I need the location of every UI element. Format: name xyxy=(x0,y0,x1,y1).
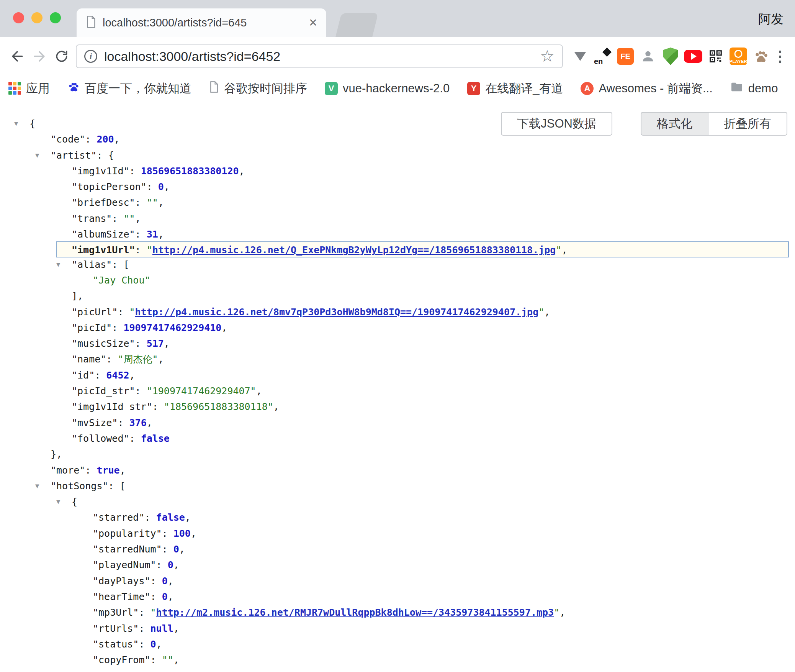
bookmark-apps[interactable]: 应用 xyxy=(8,80,50,97)
minimize-window-button[interactable] xyxy=(31,12,43,23)
url-text[interactable]: localhost:3000/artists?id=6452 xyxy=(104,49,535,64)
json-line: "picId": 19097417462929410, xyxy=(0,320,795,336)
youdao-favicon-icon: Y xyxy=(467,82,480,95)
json-line: "img1v1Id": 18569651883380120, xyxy=(0,163,795,179)
tab-strip: localhost:3000/artists?id=645 × 阿发 xyxy=(0,0,795,37)
bookmark-awesomes[interactable]: A Awesomes - 前端资... xyxy=(581,80,712,97)
translate-extension-icon[interactable]: en xyxy=(592,46,613,67)
json-token: 517 xyxy=(147,338,164,349)
person-extension-icon[interactable] xyxy=(638,46,658,67)
fe-badge-label: FE xyxy=(617,48,634,65)
browser-tab[interactable]: localhost:3000/artists?id=645 × xyxy=(77,8,326,37)
json-token: : xyxy=(147,181,158,192)
tab-close-icon[interactable]: × xyxy=(309,16,317,30)
json-token: , xyxy=(158,197,164,208)
json-token: : xyxy=(139,607,150,618)
json-token: : xyxy=(106,354,118,365)
json-token: { xyxy=(72,496,77,507)
json-line: }, xyxy=(0,446,795,462)
json-token: "musicSize" xyxy=(72,338,135,349)
json-token: " xyxy=(147,244,152,256)
zoom-window-button[interactable] xyxy=(50,12,61,23)
profile-name: 阿发 xyxy=(758,11,784,28)
collapse-toggle-icon[interactable]: ▼ xyxy=(56,494,60,510)
bookmark-vue-hackernews[interactable]: V vue-hackernews-2.0 xyxy=(325,82,450,95)
json-token: : xyxy=(95,370,106,381)
json-token: : xyxy=(150,591,162,602)
close-window-button[interactable] xyxy=(13,12,24,23)
json-token: ], xyxy=(72,290,83,302)
json-line: "rtUrls": null, xyxy=(0,621,795,636)
json-token: "topicPerson" xyxy=(72,181,147,192)
qr-extension-icon[interactable] xyxy=(705,46,726,67)
json-token: "playedNum" xyxy=(93,559,156,570)
bookmark-baidu[interactable]: 百度一下，你就知道 xyxy=(67,80,191,97)
json-token: , xyxy=(158,354,164,365)
json-token: : xyxy=(118,306,129,318)
json-line: ▼"artist": { xyxy=(0,148,795,163)
json-url-link[interactable]: http://p4.music.126.net/8mv7qP30Pd3oHW8b… xyxy=(135,306,539,318)
json-token: : xyxy=(156,559,168,570)
json-token: : xyxy=(152,401,164,412)
json-url-link[interactable]: http://m2.music.126.net/RMJR7wDullRqppBk… xyxy=(156,607,554,618)
json-token: , xyxy=(168,591,173,602)
json-token: : xyxy=(135,244,147,256)
json-token: : xyxy=(85,465,97,476)
json-token: 100 xyxy=(173,528,191,539)
json-token: , xyxy=(135,213,141,224)
json-token: 19097417462929410 xyxy=(123,322,221,333)
json-line: ▼{ xyxy=(0,116,795,131)
collapse-toggle-icon[interactable]: ▼ xyxy=(35,148,39,163)
json-viewer: ▼{"code": 200,▼"artist": {"img1v1Id": 18… xyxy=(0,101,795,668)
json-token: }, xyxy=(51,449,62,460)
json-token: "mp3Url" xyxy=(93,607,139,618)
back-button[interactable] xyxy=(6,45,28,67)
collapse-toggle-icon[interactable]: ▼ xyxy=(35,478,39,494)
json-token: , xyxy=(120,465,126,476)
json-token: "popularity" xyxy=(93,528,162,539)
json-line: "trans": "", xyxy=(0,211,795,226)
paw-extension-icon[interactable] xyxy=(751,46,771,67)
collapse-toggle-icon[interactable]: ▼ xyxy=(56,257,60,272)
json-token: "img1v1Id_str" xyxy=(72,401,152,412)
json-token: 0 xyxy=(173,544,179,555)
json-line: "dayPlays": 0, xyxy=(0,573,795,589)
fe-extension-icon[interactable]: FE xyxy=(615,46,636,67)
bookmark-folder-demo[interactable]: demo xyxy=(730,82,778,95)
bookmark-google-sort[interactable]: 谷歌按时间排序 xyxy=(209,80,307,97)
shield-extension-icon[interactable] xyxy=(660,46,681,67)
bookmark-star-icon[interactable]: ☆ xyxy=(540,48,555,64)
collapse-toggle-icon[interactable]: ▼ xyxy=(14,116,18,131)
json-line: "mvSize": 376, xyxy=(0,415,795,431)
bookmark-label: 谷歌按时间排序 xyxy=(224,80,307,97)
gray-arrow-extension-icon[interactable] xyxy=(570,46,591,67)
json-line: "followed": false xyxy=(0,431,795,446)
json-line-highlighted: "img1v1Url": "http://p4.music.126.net/Q_… xyxy=(56,241,789,257)
json-token: , xyxy=(173,559,179,570)
page-info-icon[interactable]: i xyxy=(84,50,97,63)
json-line: ▼"alias": [ xyxy=(0,257,795,272)
json-token: "hearTime" xyxy=(93,591,150,602)
pen-nib-icon xyxy=(602,48,612,57)
apps-grid-icon xyxy=(8,82,21,95)
bookmark-youdao-translate[interactable]: Y 在线翻译_有道 xyxy=(467,80,563,97)
player-extension-icon[interactable]: PLAYER xyxy=(728,46,749,67)
json-token: true xyxy=(97,465,119,476)
address-bar[interactable]: i localhost:3000/artists?id=6452 ☆ xyxy=(76,44,563,68)
json-line: "briefDesc": "", xyxy=(0,195,795,210)
json-line: "hearTime": 0, xyxy=(0,589,795,605)
json-line: "copyFrom": "", xyxy=(0,652,795,668)
new-tab-button[interactable] xyxy=(335,13,378,37)
youtube-extension-icon[interactable] xyxy=(683,46,703,67)
forward-button[interactable] xyxy=(28,45,51,67)
json-token: "img1v1Id" xyxy=(72,166,129,177)
json-token: "status" xyxy=(93,639,139,650)
json-token: "copyFrom" xyxy=(93,654,150,665)
reload-button[interactable] xyxy=(51,45,73,67)
extensions-toolbar: en FE PLAYER xyxy=(570,46,771,67)
browser-menu-icon[interactable]: ⋮ xyxy=(771,48,789,65)
bookmark-label: 应用 xyxy=(26,80,50,97)
json-token: 0 xyxy=(162,591,168,602)
json-token: , xyxy=(173,623,179,634)
json-url-link[interactable]: http://p4.music.126.net/Q_ExePNkmgB2yWyL… xyxy=(152,244,556,256)
